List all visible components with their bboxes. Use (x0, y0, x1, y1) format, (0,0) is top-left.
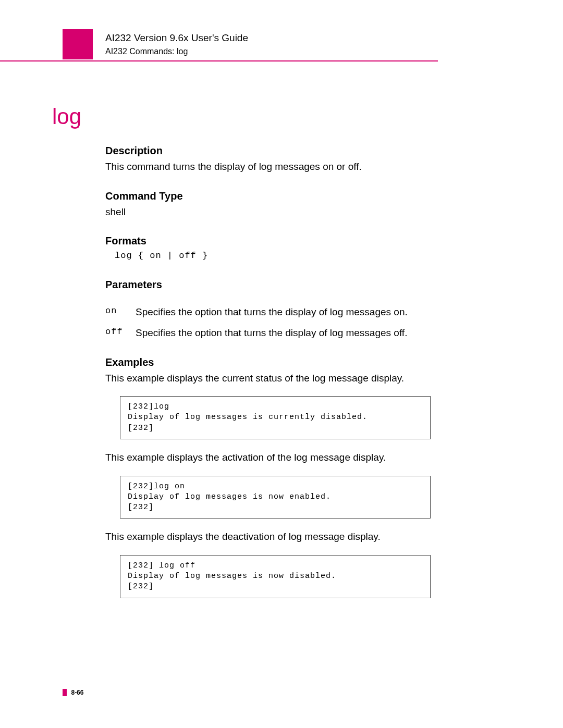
page: AI232 Version 9.6x User's Guide AI232 Co… (0, 0, 563, 728)
page-number: 8-66 (71, 689, 83, 696)
example-intro: This example displays the deactivation o… (105, 530, 460, 544)
param-row: off Specifies the option that turns the … (105, 326, 460, 340)
parameters-table: on Specifies the option that turns the d… (105, 305, 460, 339)
section-head-command-type: Command Type (105, 189, 460, 203)
example-box: [232] log off Display of log messages is… (120, 555, 431, 598)
param-desc: Specifies the option that turns the disp… (136, 305, 408, 319)
param-key: off (105, 326, 136, 340)
content: Description This command turns the displ… (105, 144, 460, 598)
brand-square-icon (63, 29, 93, 59)
description-body: This command turns the display of log me… (105, 160, 460, 174)
header-rule (0, 60, 438, 61)
param-key: on (105, 305, 136, 319)
formats-code: log { on | off } (115, 250, 460, 262)
guide-title: AI232 Version 9.6x User's Guide (105, 32, 248, 44)
command-type-body: shell (105, 205, 460, 219)
section-head-examples: Examples (105, 355, 460, 369)
footer: 8-66 (63, 687, 83, 697)
page-title: log (52, 104, 500, 129)
example-box: [232]log Display of log messages is curr… (120, 396, 431, 439)
example-intro: This example displays the activation of … (105, 451, 460, 464)
example-box: [232]log on Display of log messages is n… (120, 476, 431, 519)
footer-bar-icon (63, 689, 67, 696)
section-head-description: Description (105, 144, 460, 158)
section-head-parameters: Parameters (105, 278, 460, 292)
header: AI232 Version 9.6x User's Guide AI232 Co… (63, 29, 500, 63)
guide-subtitle: AI232 Commands: log (105, 47, 248, 56)
param-desc: Specifies the option that turns the disp… (136, 326, 407, 340)
example-intro: This example displays the current status… (105, 372, 460, 385)
param-row: on Specifies the option that turns the d… (105, 305, 460, 319)
section-head-formats: Formats (105, 234, 460, 248)
header-text-block: AI232 Version 9.6x User's Guide AI232 Co… (105, 32, 248, 56)
